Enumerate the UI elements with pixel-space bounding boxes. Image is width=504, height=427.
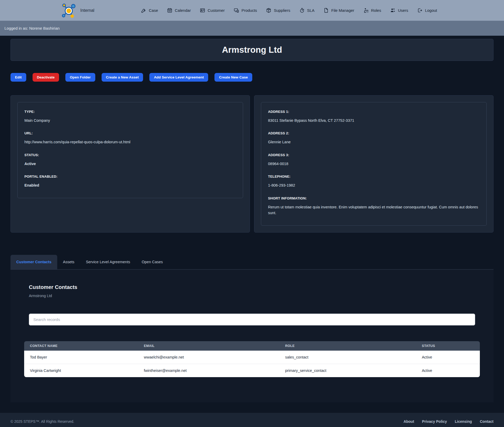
table-row[interactable]: Tod Bayer wwaelchi@example.net sales_con… [24,351,480,364]
url-value: http://www.harris.com/quia-repellat-quos… [24,139,236,145]
cell-status: Active [416,351,480,364]
address1-value: 83011 Stefanie Bypass North Elva, CT 277… [268,118,480,123]
address-info-panel: ADDRESS 1: 83011 Stefanie Bypass North E… [254,95,494,233]
type-value: Main Company [24,118,236,123]
page-footer: © 2025 STEPS™. All Rights Reserved. Abou… [0,413,504,427]
nav-menu: Case Calendar Customer [141,8,437,13]
nav-item-users[interactable]: Users [390,8,408,13]
portal-enabled-value: Enabled [24,182,236,188]
section-header: Customer Contacts Armstrong Ltd [29,284,475,298]
telephone-value: 1-806-293-1982 [268,182,480,188]
nav-label: Case [149,8,158,13]
nav-label: Products [242,8,257,13]
address3-label: ADDRESS 3: [268,153,480,157]
create-new-asset-button[interactable]: Create a New Asset [102,73,143,82]
nav-item-roles[interactable]: Roles [363,8,381,13]
table-row[interactable]: Virginia Cartwright fwintheiser@example.… [24,364,480,377]
table-header-row: CONTACT NAME EMAIL ROLE STATUS [24,341,480,351]
nav-item-suppliers[interactable]: Suppliers [266,8,290,13]
nav-item-case[interactable]: Case [141,8,158,13]
column-header-email: EMAIL [138,341,279,351]
wrench-icon [141,8,146,13]
contact-card-icon [200,8,205,13]
logged-in-text: Logged in as: Norene Bashirian [4,26,60,30]
section-title: Customer Contacts [29,284,475,290]
edit-button[interactable]: Edit [10,73,26,82]
status-label: STATUS: [24,153,236,157]
footer-link-licensing[interactable]: Licensing [455,419,472,424]
cell-email: wwaelchi@example.net [138,351,279,364]
tab-service-level-agreements[interactable]: Service Level Agreements [80,255,136,269]
section-subtitle: Armstrong Ltd [29,294,475,298]
column-header-status: STATUS [416,341,480,351]
nav-label: SLA [307,8,314,13]
calendar-icon [167,8,172,13]
cell-role: sales_contact [279,351,416,364]
nav-label: Customer [208,8,225,13]
customer-contacts-section: Customer Contacts Armstrong Ltd CONTACT … [10,270,494,402]
address1-label: ADDRESS 1: [268,110,480,114]
nav-item-calendar[interactable]: Calendar [167,8,191,13]
company-title-panel: Armstrong Ltd [10,39,494,61]
cell-contact-name: Virginia Cartwright [24,364,138,377]
telephone-label: TELEPHONE: [268,175,480,178]
nav-label: File Manager [331,8,354,13]
nav-item-logout[interactable]: Logout [417,8,437,13]
short-information-label: SHORT INFORMATION: [268,196,480,200]
detail-panels: TYPE: Main Company URL: http://www.harri… [10,95,494,233]
search-input[interactable] [29,314,475,325]
nav-item-customer[interactable]: Customer [200,8,225,13]
add-sla-button[interactable]: Add Service Level Agreement [149,73,208,82]
search-bar [29,314,475,325]
users-icon [390,8,396,13]
logged-in-bar: Logged in as: Norene Bashirian [0,21,504,36]
cell-email: fwintheiser@example.net [138,364,279,377]
status-value: Active [24,161,236,167]
create-new-case-button[interactable]: Create New Case [214,73,252,82]
footer-link-contact[interactable]: Contact [480,419,494,424]
brand-label: Internal [80,8,94,13]
nav-item-file-manager[interactable]: File Manager [323,8,354,13]
tab-open-cases[interactable]: Open Cases [136,255,169,269]
column-header-role: ROLE [279,341,416,351]
tab-bar: Customer Contacts Assets Service Level A… [10,255,494,270]
address-info-box: ADDRESS 1: 83011 Stefanie Bypass North E… [261,102,487,226]
cell-role: primary_service_contact [279,364,416,377]
nav-item-sla[interactable]: SLA [299,8,314,13]
stopwatch-icon [299,8,305,13]
nav-label: Suppliers [274,8,290,13]
tab-customer-contacts[interactable]: Customer Contacts [10,255,57,269]
short-information-value: Rerum ut totam molestiae quia inventore.… [268,204,480,216]
devices-icon [234,8,239,13]
footer-link-about[interactable]: About [403,419,414,424]
portal-enabled-label: PORTAL ENABLED: [24,175,236,178]
person-at-desk-icon [363,8,369,13]
document-icon [323,8,329,13]
box-icon [266,8,271,13]
top-nav: Internal Case Calendar [0,0,504,21]
contacts-table: CONTACT NAME EMAIL ROLE STATUS Tod Bayer… [24,341,480,377]
address2-value: Glennie Lane [268,139,480,145]
company-info-box: TYPE: Main Company URL: http://www.harri… [17,102,243,198]
molecule-logo-icon [60,2,77,19]
cell-contact-name: Tod Bayer [24,351,138,364]
tab-assets[interactable]: Assets [57,255,80,269]
main-content: Armstrong Ltd Edit Deactivate Open Folde… [0,36,504,402]
page-title: Armstrong Ltd [222,45,282,55]
address2-label: ADDRESS 2: [268,131,480,135]
url-label: URL: [24,131,236,135]
column-header-contact-name: CONTACT NAME [24,341,138,351]
open-folder-button[interactable]: Open Folder [65,73,95,82]
company-info-panel: TYPE: Main Company URL: http://www.harri… [10,95,250,233]
nav-label: Users [398,8,408,13]
logout-icon [417,8,423,13]
type-label: TYPE: [24,110,236,114]
nav-item-products[interactable]: Products [234,8,257,13]
nav-label: Calendar [175,8,191,13]
footer-link-privacy-policy[interactable]: Privacy Policy [422,419,447,424]
footer-links: About Privacy Policy Licensing Contact [403,419,494,424]
cell-status: Active [416,364,480,377]
app-logo[interactable]: Internal [60,2,94,19]
address3-value: 08964-0018 [268,161,480,167]
deactivate-button[interactable]: Deactivate [33,73,59,82]
